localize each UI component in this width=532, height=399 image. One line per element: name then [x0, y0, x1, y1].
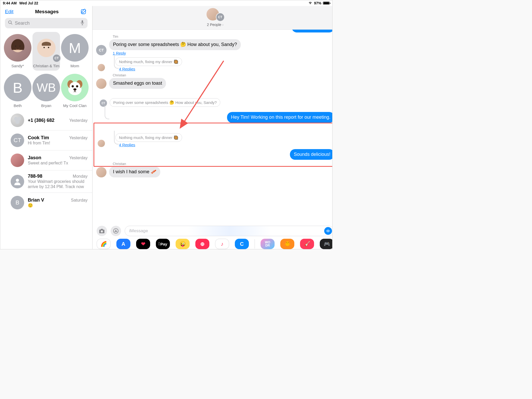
svg-point-13	[71, 85, 74, 87]
pinned-beth[interactable]: B Beth	[4, 72, 31, 110]
svg-point-5	[19, 45, 21, 47]
imessage-app-icon[interactable]: ♪	[215, 239, 229, 249]
svg-point-14	[76, 85, 78, 87]
compose-button[interactable]	[80, 8, 88, 15]
avatar	[98, 64, 105, 71]
replies-link[interactable]: 4 Replies	[119, 67, 182, 71]
message-input-field[interactable]	[125, 226, 332, 236]
imessage-app-icon[interactable]: ❤	[136, 239, 150, 249]
dictate-icon[interactable]	[80, 20, 84, 26]
replies-link[interactable]: 4 Replies	[119, 143, 182, 147]
conversation-list[interactable]: +1 (386) 682Yesterday CT Cook TimYesterd…	[0, 110, 92, 249]
sidebar-title: Messages	[14, 9, 80, 15]
svg-rect-23	[326, 230, 327, 231]
search-input[interactable]	[15, 21, 78, 26]
svg-point-6	[37, 38, 55, 57]
pinned-my-cool-clan[interactable]: My Cool Clan	[61, 72, 89, 110]
svg-point-7	[43, 47, 45, 48]
conversation-preview: Hi from Tim!	[28, 141, 88, 146]
pinned-christian-tim[interactable]: CT Christian & Tim	[32, 32, 60, 71]
conversation-preview: Your Walmart groceries should arrive by …	[28, 179, 88, 189]
message-input-bar	[92, 224, 332, 238]
pinned-bryan[interactable]: WB Bryan	[32, 72, 60, 110]
conversation-name: +1 (386) 682	[28, 118, 55, 123]
imessage-app-icon[interactable]: WODR	[261, 239, 275, 249]
battery-icon	[323, 2, 330, 5]
avatar	[98, 140, 105, 147]
message-sender: Christian	[113, 162, 160, 166]
conversation-time: Yesterday	[69, 136, 88, 140]
audio-record-button[interactable]	[324, 227, 332, 235]
conversation-name: Cook Tim	[28, 135, 49, 141]
replies-link[interactable]: 1 Reply	[113, 51, 241, 55]
svg-rect-24	[327, 230, 328, 232]
avatar	[4, 34, 31, 62]
svg-point-21	[101, 230, 103, 232]
avatar: M	[61, 34, 89, 62]
camera-button[interactable]	[97, 226, 107, 236]
pinned-label: My Cool Clan	[63, 103, 87, 108]
messages-scroll[interactable]: Whatcha makin? CT Tim Poring over some s…	[92, 30, 332, 224]
header-people-label[interactable]: 2 People ›	[207, 23, 224, 27]
imessage-app-icon[interactable]: 🎮	[320, 239, 332, 249]
pinned-label: Christian & Tim	[33, 64, 59, 68]
svg-point-8	[48, 47, 49, 48]
conversation-preview: 🙂	[28, 203, 88, 208]
message-input[interactable]	[129, 228, 324, 234]
avatar	[61, 74, 89, 101]
message-bubble-out[interactable]: Sounds delicious!	[290, 149, 332, 160]
conversation-item[interactable]: CT Cook TimYesterday Hi from Tim!	[0, 130, 92, 150]
app-store-button[interactable]	[111, 226, 121, 236]
avatar: WB	[32, 74, 60, 101]
header-avatars: CT	[206, 8, 225, 22]
quoted-message[interactable]: Nothing much, fixing my dinner 🥘	[115, 57, 182, 66]
conversation-pane: CT 2 People › Whatcha makin? CT Tim Pori…	[92, 6, 332, 249]
message-bubble-in[interactable]: I wish I had some 🥓	[109, 167, 160, 177]
conversation-item[interactable]: 788-98Monday Your Walmart groceries shou…	[0, 170, 92, 192]
svg-rect-2	[82, 20, 83, 23]
edit-button[interactable]: Edit	[5, 9, 14, 15]
conversation-header[interactable]: CT 2 People ›	[92, 6, 332, 30]
conversation-item[interactable]: JasonYesterday Sweet and perfect! Tx	[0, 150, 92, 170]
message-bubble-in[interactable]: Smashed eggs on toast	[109, 78, 166, 89]
message-sender: Christian	[113, 73, 166, 77]
conversation-item[interactable]: B Brian VSaturday 🙂	[0, 193, 92, 212]
avatar: CT	[11, 134, 24, 147]
conversation-name: 788-98	[28, 174, 42, 179]
message-bubble-out[interactable]: Whatcha makin?	[292, 30, 332, 32]
status-battery-pct: 97%	[314, 1, 321, 5]
pinned-conversations: Sandy* CT Christian & Tim M Mom B Beth W…	[0, 31, 92, 110]
svg-rect-27	[329, 230, 330, 231]
conversation-name: Brian V	[28, 197, 44, 203]
pinned-label: Mom	[70, 64, 79, 68]
avatar: CT	[100, 99, 107, 107]
avatar	[11, 175, 24, 188]
search-field[interactable]	[5, 18, 88, 28]
imessage-app-icon[interactable]: 😜	[176, 239, 190, 249]
pinned-label: Beth	[14, 103, 22, 108]
imessage-app-icon[interactable]: 🎸	[300, 239, 314, 249]
imessage-app-icon[interactable]: Pay	[156, 239, 170, 249]
quoted-message[interactable]: Poring over some spreadsheets 🤔 How abou…	[110, 98, 220, 107]
conversation-preview: Sweet and perfect! Tx	[28, 161, 88, 166]
messages-sidebar: Edit Messages Sandy*	[0, 6, 92, 249]
status-bar: 9:44 AM Wed Jul 22 97%	[0, 0, 332, 6]
imessage-app-icon[interactable]: ⊕	[195, 239, 209, 249]
imessage-app-icon[interactable]: A	[116, 239, 130, 249]
imessage-app-strip[interactable]: 🌈A❤Pay😜⊕♪CWODR🐥🎸🎮	[92, 238, 332, 249]
svg-point-19	[16, 179, 19, 182]
avatar	[96, 167, 107, 177]
imessage-app-icon[interactable]: 🌈	[97, 239, 111, 249]
message-bubble-out[interactable]: Hey Tim! Working on this report for our …	[227, 112, 332, 123]
message-sender: Tim	[113, 35, 241, 38]
imessage-app-icon[interactable]: C	[235, 239, 249, 249]
svg-rect-25	[328, 229, 328, 232]
conversation-name: Jason	[28, 155, 41, 161]
pinned-mom[interactable]: M Mom	[61, 32, 89, 71]
svg-rect-26	[329, 230, 329, 232]
conversation-item[interactable]: +1 (386) 682Yesterday	[0, 110, 92, 130]
message-bubble-in[interactable]: Poring over some spreadsheets 🤔 How abou…	[109, 39, 241, 50]
imessage-app-icon[interactable]: 🐥	[280, 239, 294, 249]
quoted-message[interactable]: Nothing much, fixing my dinner 🥘	[115, 133, 182, 142]
pinned-sandy[interactable]: Sandy*	[4, 32, 31, 71]
